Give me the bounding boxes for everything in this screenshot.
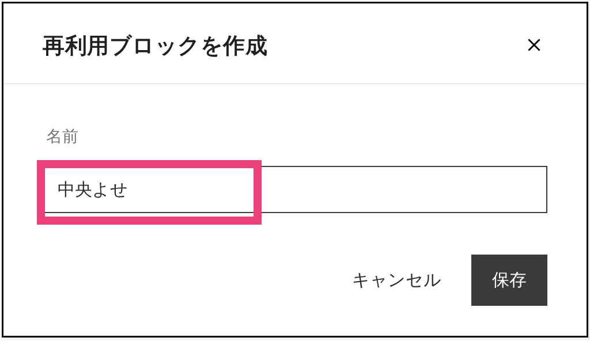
dialog-body: 名前 [3, 84, 587, 213]
save-button[interactable]: 保存 [471, 255, 547, 306]
cancel-button[interactable]: キャンセル [345, 255, 448, 306]
dialog-footer: キャンセル 保存 [3, 255, 587, 336]
name-field-label: 名前 [46, 126, 547, 147]
name-input[interactable] [43, 166, 547, 213]
reusable-block-dialog: 再利用ブロックを作成 名前 キャンセル 保存 [2, 2, 588, 338]
close-icon [525, 36, 543, 55]
dialog-title: 再利用ブロックを作成 [43, 31, 267, 60]
close-button[interactable] [521, 32, 547, 60]
name-input-wrap [43, 166, 547, 213]
dialog-header: 再利用ブロックを作成 [3, 3, 587, 84]
